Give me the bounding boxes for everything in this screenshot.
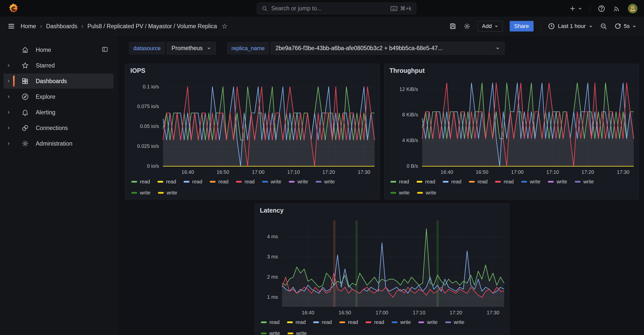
legend-swatch (339, 321, 345, 323)
legend-item-read[interactable]: read (417, 179, 435, 185)
legend-item-read[interactable]: read (443, 179, 461, 185)
x-axis-tick: 17:30 (349, 169, 379, 175)
y-axis-tick: 1 ms (255, 294, 278, 300)
legend-item-write[interactable]: write (418, 319, 437, 325)
zoom-out-icon (600, 23, 607, 30)
panel-title[interactable]: IOPS (130, 67, 145, 74)
legend-item-read[interactable]: read (236, 179, 255, 185)
chevron-right-icon[interactable] (4, 94, 14, 99)
legend-label: read (218, 179, 228, 185)
sidebar-nav: HomeStarredDashboardsExploreAlertingConn… (0, 35, 117, 335)
legend-item-write[interactable]: write (521, 179, 540, 185)
sidebar-item-alerting[interactable]: Alerting (4, 105, 113, 120)
breadcrumb-home[interactable]: Home (21, 23, 36, 30)
legend-swatch (392, 321, 397, 323)
legend-label: read (425, 179, 435, 185)
y-axis-tick: 0 io/s (125, 163, 159, 169)
chevron-right-icon[interactable] (4, 126, 14, 130)
legend-swatch (261, 332, 267, 334)
save-dashboard-button[interactable] (449, 23, 456, 30)
grafana-logo[interactable] (8, 3, 20, 15)
legend-swatch (131, 181, 137, 183)
legend-item-write[interactable]: write (288, 330, 307, 335)
legend-item-write[interactable]: write (262, 179, 281, 185)
help-button[interactable] (598, 5, 605, 12)
legend-item-read[interactable]: read (313, 319, 332, 325)
panel-title[interactable]: Latency (260, 207, 284, 214)
legend-item-read[interactable]: read (210, 179, 228, 185)
chart-plot-area[interactable] (282, 220, 504, 307)
legend-item-write[interactable]: write (575, 179, 594, 185)
zoom-out-button[interactable] (600, 23, 607, 30)
legend-item-write[interactable]: write (261, 330, 280, 335)
legend-swatch (261, 321, 267, 323)
legend-item-read[interactable]: read (131, 179, 150, 185)
sidebar-item-home[interactable]: Home (4, 42, 113, 57)
sidebar-item-starred[interactable]: Starred (4, 58, 113, 73)
chevron-right-icon[interactable] (4, 110, 14, 115)
legend-item-write[interactable]: write (289, 179, 308, 185)
clock-icon (548, 23, 555, 30)
legend-item-write[interactable]: write (392, 319, 411, 325)
legend-item-write[interactable]: write (445, 319, 464, 325)
breadcrumb-dashboards[interactable]: Dashboards (46, 23, 77, 30)
plus-icon (569, 5, 576, 12)
new-dropdown-button[interactable] (569, 5, 582, 12)
legend-item-read[interactable]: read (287, 319, 306, 325)
variable-replica-name-select[interactable]: 2be9a766-f3be-43bb-a6ba-afe08050b3c2 + b… (271, 42, 505, 55)
legend-item-write[interactable]: write (158, 190, 177, 196)
compass-icon (21, 93, 30, 100)
legend-item-write[interactable]: write (316, 179, 335, 185)
legend-swatch (262, 181, 268, 183)
chevron-right-icon[interactable] (4, 63, 14, 68)
variable-datasource-select[interactable]: Prometheus (167, 42, 216, 55)
dock-sidebar-icon[interactable] (101, 46, 108, 54)
favorite-star-button[interactable]: ☆ (222, 23, 228, 30)
legend-item-read[interactable]: read (157, 179, 176, 185)
user-avatar[interactable] (628, 4, 637, 13)
legend-label: read (140, 179, 150, 185)
legend-label: write (426, 190, 436, 196)
sidebar-item-explore[interactable]: Explore (4, 89, 113, 104)
legend-swatch (445, 321, 451, 323)
legend-item-write[interactable]: write (417, 190, 436, 196)
panel-title[interactable]: Throughput (389, 67, 425, 74)
question-circle-icon (598, 5, 605, 12)
y-axis-tick: 0 B/s (384, 163, 418, 169)
chevron-right-icon[interactable] (4, 141, 14, 146)
sidebar-item-administration[interactable]: Administration (4, 136, 113, 151)
share-button[interactable]: Share (510, 21, 534, 31)
legend-item-read[interactable]: read (184, 179, 202, 185)
search-input[interactable]: Search or jump to... ⌘+k (257, 3, 416, 14)
panel-legend-row: writewrite (261, 330, 307, 335)
chart-plot-area[interactable] (163, 82, 375, 166)
refresh-icon (614, 23, 621, 30)
legend-item-write[interactable]: write (131, 190, 150, 196)
sidebar-item-dashboards[interactable]: Dashboards (4, 74, 113, 89)
legend-item-write[interactable]: write (390, 190, 410, 196)
refresh-picker[interactable]: 5s (614, 23, 636, 30)
legend-item-read[interactable]: read (261, 319, 279, 325)
time-range-picker[interactable]: Last 1 hour (548, 23, 593, 30)
legend-label: write (400, 319, 411, 325)
legend-swatch (390, 181, 396, 183)
legend-item-write[interactable]: write (548, 179, 567, 185)
menu-toggle-button[interactable] (8, 22, 15, 30)
chevron-right-icon[interactable] (4, 79, 14, 83)
legend-swatch (521, 181, 527, 183)
top-nav-bar: Search or jump to... ⌘+k (0, 0, 644, 17)
legend-swatch (157, 181, 163, 183)
legend-swatch (210, 181, 216, 183)
legend-item-read[interactable]: read (339, 319, 358, 325)
legend-label: write (167, 190, 177, 196)
legend-item-read[interactable]: read (495, 179, 514, 185)
sidebar-item-connections[interactable]: Connections (4, 120, 113, 136)
legend-item-read[interactable]: read (390, 179, 409, 185)
add-panel-button[interactable]: Add (478, 21, 503, 31)
toolbar-actions: Add Share Last 1 hour 5s (449, 21, 636, 31)
legend-item-read[interactable]: read (469, 179, 488, 185)
news-icon[interactable] (613, 5, 620, 12)
dashboard-settings-button[interactable] (463, 23, 471, 30)
chart-plot-area[interactable] (422, 82, 634, 166)
legend-item-read[interactable]: read (366, 319, 384, 325)
